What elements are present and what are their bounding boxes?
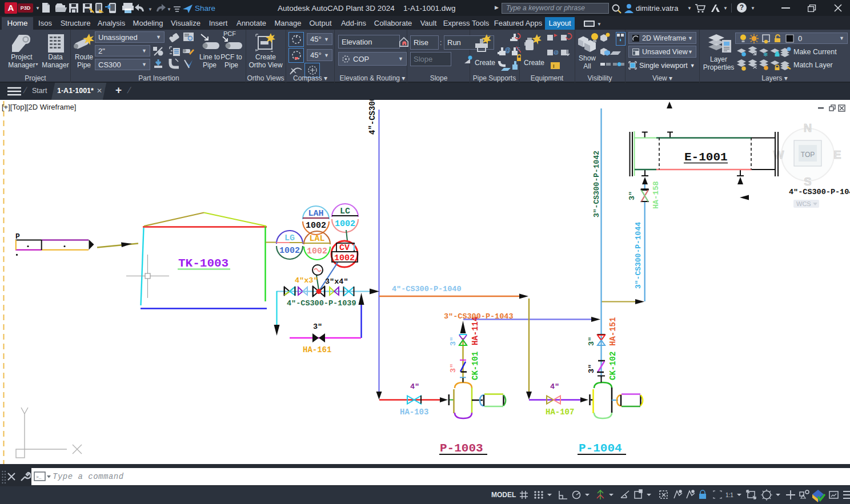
svg-text:>_: >_ <box>36 474 42 479</box>
svg-text:S: S <box>804 175 811 188</box>
svg-text:3"-CS300-P-1044: 3"-CS300-P-1044 <box>634 222 643 289</box>
svg-text:3"-CS300-P-1043: 3"-CS300-P-1043 <box>444 312 514 321</box>
svg-text:3"x4": 3"x4" <box>325 277 348 286</box>
svg-text:HA-103: HA-103 <box>400 408 428 417</box>
svg-text:CK-102: CK-102 <box>608 352 618 380</box>
svg-text:@: @ <box>505 47 511 53</box>
svg-text:4"x3": 4"x3" <box>295 276 318 285</box>
svg-text:LC: LC <box>340 207 350 216</box>
svg-text:4"-CS300-P-1040: 4"-CS300-P-1040 <box>392 285 462 293</box>
svg-text:TOP: TOP <box>801 151 815 159</box>
svg-text:1002: 1002 <box>334 253 355 263</box>
svg-text:1002: 1002 <box>306 221 326 231</box>
svg-text:P-1003: P-1003 <box>440 442 483 455</box>
svg-text:I: I <box>553 63 555 69</box>
svg-text:3": 3" <box>587 364 596 373</box>
svg-text:▼: ▼ <box>167 7 171 12</box>
svg-text:CK-101: CK-101 <box>471 352 480 380</box>
svg-text:▼: ▼ <box>148 7 153 12</box>
svg-text:HA-151: HA-151 <box>608 317 618 346</box>
svg-text:1002: 1002 <box>279 246 300 256</box>
svg-text:4"-CS300-P-104: 4"-CS300-P-104 <box>789 188 850 196</box>
svg-text:E: E <box>833 148 841 161</box>
svg-text:TK-1003: TK-1003 <box>178 257 228 270</box>
svg-text:4": 4" <box>410 382 419 391</box>
svg-text:HA-161: HA-161 <box>303 345 331 354</box>
svg-text:4"-CS300-P-1039: 4"-CS300-P-1039 <box>287 299 356 308</box>
svg-text:▼: ▼ <box>597 22 601 27</box>
svg-text:3": 3" <box>449 337 458 346</box>
svg-text:HA-158: HA-158 <box>652 181 660 209</box>
svg-text:LG: LG <box>284 233 295 243</box>
svg-text:4": 4" <box>550 382 559 391</box>
svg-text:3": 3" <box>587 337 596 346</box>
svg-text:@: @ <box>554 50 559 55</box>
svg-text:4"-CS300: 4"-CS300 <box>368 100 377 135</box>
svg-text:3": 3" <box>449 364 458 373</box>
svg-text:1002: 1002 <box>307 247 327 256</box>
svg-text:3": 3" <box>628 191 636 200</box>
svg-text:E-1001: E-1001 <box>684 151 728 164</box>
svg-text:P-1004: P-1004 <box>579 442 622 455</box>
svg-text:❄: ❄ <box>763 51 768 58</box>
svg-text:LAL: LAL <box>309 234 324 244</box>
svg-text:3": 3" <box>313 322 322 331</box>
svg-text:C: C <box>517 46 520 51</box>
svg-text:1002: 1002 <box>335 219 355 229</box>
svg-text:N: N <box>804 122 812 134</box>
svg-text:HA-114: HA-114 <box>471 317 480 345</box>
svg-text:3"-CS300-P-1042: 3"-CS300-P-1042 <box>592 151 601 217</box>
svg-text:WCS: WCS <box>796 200 811 207</box>
svg-text:1:1: 1:1 <box>725 492 733 498</box>
svg-text:HA-107: HA-107 <box>546 408 574 417</box>
svg-text:[+][Top][2D Wireframe]: [+][Top][2D Wireframe] <box>2 103 76 111</box>
svg-text:LAH: LAH <box>308 209 323 219</box>
